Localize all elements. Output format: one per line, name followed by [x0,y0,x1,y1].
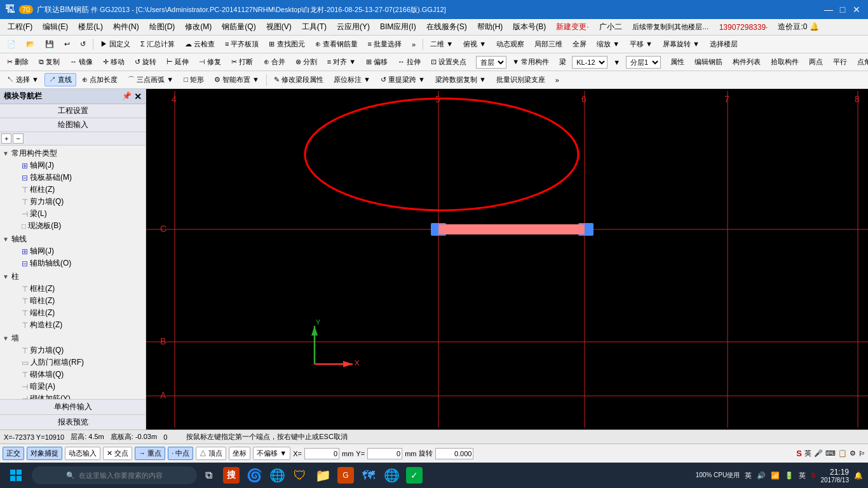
tb-component-list[interactable]: 构件列表 [728,55,765,69]
menu-new-change[interactable]: 新建变更· [551,20,593,34]
menu-modify[interactable]: 修改(M) [180,20,217,34]
close-button[interactable]: ✕ [850,3,863,16]
tb-pick[interactable]: 拾取构件 [766,55,803,69]
beam-id-selector[interactable]: KL-12 [572,56,607,69]
minimize-button[interactable]: — [822,3,835,16]
btn-snap[interactable]: 对象捕捉 [27,447,62,460]
tb-break[interactable]: ✂ 打断 [227,55,257,69]
tb-select[interactable]: ↖ 选择 ▼ [3,73,43,86]
clock[interactable]: 21:19 2017/8/13 [821,468,850,484]
tb-point-angle[interactable]: 点角 [853,55,868,69]
tb-merge[interactable]: ⊕ 合并 [259,55,290,69]
keyboard-icon[interactable]: ⌨ [825,449,836,458]
tb-copy-span[interactable]: 梁跨数据复制 ▼ [431,73,491,86]
tb-common-component[interactable]: ▼ 常用构件 [508,55,553,69]
tree-raftfound[interactable]: ⊟筏板基础(M) [11,172,144,184]
menu-tools[interactable]: 工具(T) [297,20,332,34]
tree-beam[interactable]: ⊣梁(L) [11,208,144,220]
taskbar-app-green[interactable]: ✓ [403,464,426,487]
tb-batchselect[interactable]: ≡ 批量选择 [363,37,406,51]
btn-nooffset[interactable]: 不偏移 ▼ [253,447,290,460]
menu-edit[interactable]: 编辑(E) [37,20,73,34]
tb-smart-layout[interactable]: ⚙ 智能布置 ▼ [210,73,264,86]
taskbar-app-ggj[interactable]: G [334,464,357,487]
menu-view[interactable]: 视图(V) [261,20,297,34]
tb-parallel[interactable]: 平行 [829,55,851,69]
y-input[interactable] [367,448,402,459]
tb-partial3d[interactable]: 局部三维 [530,37,567,51]
taskview-button[interactable]: ⧉ [197,464,220,487]
canvas-area[interactable]: 4 5 6 7 8 C B A Y X [146,89,868,430]
menu-version[interactable]: 版本号(B) [508,20,551,34]
tb-cloudcheck[interactable]: ☁ 云检查 [180,37,219,51]
sidebar-report[interactable]: 报表预览 [0,414,146,430]
tb-split[interactable]: ⊗ 分割 [291,55,322,69]
tb-line[interactable]: ↗ 直线 [44,73,76,86]
tb-define[interactable]: ▶ 国定义 [96,37,135,51]
menu-online[interactable]: 在线服务(S) [421,20,472,34]
tb-modify-seg[interactable]: ✎ 修改梁段属性 [269,73,328,86]
tb-save[interactable]: 💾 [41,38,58,50]
sidebar-engineering[interactable]: 工程设置 [0,104,146,118]
btn-dynamic-input[interactable]: 动态输入 [65,447,100,460]
tb-align[interactable]: ≡ 对齐 ▼ [323,55,360,69]
tb-topview[interactable]: 俯视 ▼ [459,37,491,51]
tree-castslab[interactable]: □现浇板(B) [11,220,144,232]
tb-properties[interactable]: 属性 [666,55,689,69]
sidebar-add-btn[interactable]: + [1,133,11,144]
tb-copy[interactable]: ⧉ 复制 [34,55,64,69]
menu-component[interactable]: 构件(N) [108,20,144,34]
btn-ortho[interactable]: 正交 [3,447,24,460]
tb-two-points[interactable]: 两点 [804,55,827,69]
tb-rotate[interactable]: 屏幕旋转 ▼ [658,37,704,51]
tb-zoom[interactable]: 缩放 ▼ [592,37,624,51]
clipboard-icon[interactable]: 📋 [838,449,847,458]
tree-wall-row[interactable]: ▼ 墙 [1,332,144,344]
tb-3pt-arc[interactable]: ⌒ 三点画弧 ▼ [123,73,178,86]
x-input[interactable] [304,448,339,459]
tree-endcol[interactable]: ⊤端柱(Z) [11,307,144,319]
menu-file[interactable]: 工程(F) [3,20,37,34]
menu-copy-floor[interactable]: 后续带复制到其他楼层… [627,20,714,34]
tree-framecol[interactable]: ⊤框柱(Z) [11,184,144,196]
tb-2d[interactable]: 二维 ▼ [426,37,458,51]
menu-assistant[interactable]: 广小二 [594,20,627,34]
floor-selector[interactable]: 首层 [476,56,506,69]
tb-more3[interactable]: » [551,74,564,86]
sidebar-single-input[interactable]: 单构件输入 [0,399,146,414]
tb-stretch[interactable]: ↔ 拉伸 [393,55,425,69]
tb-flattop[interactable]: ≡ 平齐板顶 [220,37,263,51]
tb-move[interactable]: ✛ 移动 [98,55,129,69]
battery-icon[interactable]: 🔋 [785,471,794,480]
maximize-button[interactable]: □ [836,3,849,16]
tree-airbomb-wall[interactable]: ▭人防门框墙(RF) [11,356,144,369]
tree-auxaxis[interactable]: ⊟辅助轴线(O) [11,257,144,269]
tb-offset[interactable]: ⊞ 偏移 [362,55,392,69]
tb-redo[interactable]: ↺ [76,38,90,50]
tb-edit-rebar[interactable]: 编辑钢筋 [690,55,727,69]
tree-masonrywall[interactable]: ⊤砌体墙(Q) [11,369,144,381]
tree-axisnet2[interactable]: ⊞轴网(J) [11,245,144,257]
tb-mirror[interactable]: ↔ 镜像 [65,55,97,69]
lang-tray[interactable]: 英 [745,471,752,480]
mic-icon[interactable]: 🎤 [814,449,823,458]
tb-viewrebar[interactable]: ⊕ 查看钢筋量 [311,37,362,51]
lang-indicator[interactable]: 英 [804,449,811,458]
sidebar-pin[interactable]: 📌 [122,92,132,102]
btn-vertex[interactable]: △ 顶点 [196,447,226,460]
btn-endpoint[interactable]: → 重点 [135,447,165,460]
tb-more1[interactable]: » [407,39,420,50]
network-icon[interactable]: 📶 [771,471,780,480]
menu-draw[interactable]: 绘图(D) [144,20,180,34]
tb-batch-identify[interactable]: 批量识别梁支座 [492,73,550,86]
tree-axis-row[interactable]: ▼ 轴线 [1,233,144,245]
search-bar[interactable]: 🔍 在这里输入你要搜索的内容 [32,466,197,484]
menu-cloud[interactable]: 云应用(Y) [332,20,375,34]
tree-axisnet[interactable]: ⊞轴网(J) [11,159,144,172]
layer-selector[interactable]: 分层1 [626,56,661,69]
tree-shearwall2[interactable]: ⊤剪力墙(Q) [11,344,144,356]
taskbar-app-ie[interactable]: 🌐 [266,464,288,487]
sidebar-draw[interactable]: 绘图输入 [0,118,146,132]
sidebar-close[interactable]: ✕ [134,92,142,102]
flag-icon[interactable]: 🏳 [858,450,865,458]
